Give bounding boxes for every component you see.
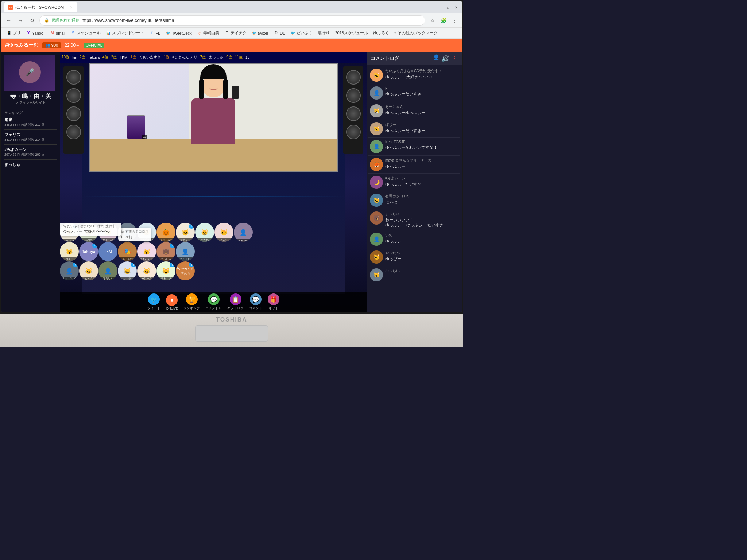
comment-8: 🐱 有馬カタコロウ にゃは [368,191,460,209]
video-frame: 21 [89,63,338,172]
lock-icon: 🔒 [44,18,49,23]
reload-button[interactable]: ↻ [28,16,36,25]
main-layout: 🎤 寺・嶋・由・美 オフィシャルサイト ランキング 雨泉 [1,52,462,312]
onlive-icon: ● [166,294,178,306]
commenter-name-7: #みよムーン [385,176,459,181]
aud-nyan: 😺 ーにゃん [137,261,156,280]
schedule-icon: S [70,31,76,36]
comment-content-6: maya まやん☆フリーダーズ ゆっふぃー！ [385,158,459,171]
comment-text-1: ゆっふぃー 大好き〜〜〜♪ [385,74,459,79]
bookmark-tweetdeck[interactable]: 🐦 TweetDeck [163,30,194,37]
aud-urtro: 👤 ウルトロ [176,242,195,261]
bookmark-teichiku[interactable]: T テイチク [222,29,249,37]
smile [209,86,218,90]
speaker-cone-r3 [346,106,361,121]
bookmark-terashima[interactable]: ゆ 寺嶋由美 [195,29,221,37]
sound-button[interactable]: 🔊 [441,54,449,62]
bookmark-db[interactable]: D DB [271,30,287,37]
commenter-name-6: maya まやん☆フリーダーズ [385,158,459,163]
bookmark-yufurog[interactable]: ゆふろぐ [371,29,391,37]
back-button[interactable]: ← [4,16,13,25]
comment-2: 👤 F ゆっふぃーだいすき [368,84,460,102]
bookmark-yahoo[interactable]: Y Yahoo! [24,30,47,37]
url-bar[interactable]: 🔒 保護された通信 https://www.showroom-live.com/… [39,15,425,26]
comment-12: 😺 ぶっちい [368,266,460,284]
popup-text: にゃは [121,234,148,240]
bookmark-fb[interactable]: f FB [147,30,163,37]
ranking-button[interactable]: 🏆 ランキング [183,293,200,311]
hair-left [199,79,204,99]
avatar-yadabe: 🐱 [370,250,383,264]
speaker-cone-4 [66,125,81,139]
twitter-icon: 🐦 [252,31,257,36]
gift-button[interactable]: 🎁 ギフト [268,293,279,311]
bookmark-schedule[interactable]: S スケジュール [68,29,103,37]
tw-badge-masshu: t [170,243,175,248]
bookmark-buri[interactable]: 📱 ブリ [4,29,23,37]
bookmark-twitter[interactable]: 🐦 twitter [249,30,271,37]
tab-area: SR ゆふるーむ - SHOWROOM ✕ [4,2,433,12]
aud-jimann: 😺 #じまんんアリ [137,242,156,261]
commenter-name-11: やっだべ [385,250,459,256]
showroom-header: #ゆっふるーむ 👥 900 22:00～ OFFICIAL [1,39,462,52]
tw-badge-takuya: t [92,243,97,248]
commenter-name-2: F [385,86,459,90]
active-tab[interactable]: SR ゆふるーむ - SHOWROOM ✕ [4,2,77,12]
aud-katochi: 👤 katochi [234,223,253,242]
tab-favicon: SR [8,5,13,10]
ranking-icon: 🏆 [186,293,198,305]
speaker-cone-r4 [346,125,361,139]
extensions-button[interactable]: 🧩 [439,16,448,25]
ranking-btn-label: ランキング [183,306,200,311]
laptop-frame: SR ゆふるーむ - SHOWROOM ✕ — □ ✕ ← → ↻ 🔒 [0,0,463,347]
gmail-icon: M [50,31,55,36]
comment-icon: 💬 [250,293,262,305]
avatar-ino: 👤 [370,233,383,246]
aud-makaro: 😺 マカロー t [176,223,195,242]
bookmark-star[interactable]: ☆ [428,16,437,25]
comment-10: 👤 いの ゆっふぃー [368,230,460,248]
bookmark-other[interactable]: » その他のブックマーク [392,29,440,37]
aud-takuya: Takuya t [79,242,98,261]
menu-button[interactable]: ⋮ [450,16,459,25]
commenter-name-1: だいふく@まな○ CD予約 受付中！ [385,69,459,74]
aud-kuai: 🎭 くあいあすれ [118,242,137,261]
gift-log-button[interactable]: 📋 ギフトログ [227,293,244,311]
db-icon: D [274,31,279,36]
bookmark-uragift[interactable]: 裏贈り [316,29,332,37]
speaker-cone-2 [66,88,81,103]
bookmark-spreadsheet[interactable]: 📊 スプレッドシート [104,29,146,37]
comment-button[interactable]: 💬 コメント [249,293,262,311]
comment-6: 🦊 maya まやん☆フリーダーズ ゆっふぃー！ [368,156,460,174]
comment-log-button[interactable]: 💬 コメントロ [205,293,222,311]
speaker-right [343,66,363,154]
bookmark-daifuku[interactable]: 🐦 だいふく [288,29,315,37]
comment-text-9: わーいいいい！ゆっふぃー ゆっふぃー だいすき [385,217,459,228]
minimize-button[interactable]: — [438,5,443,10]
comment-content-3: あーにゃん ゆっふぃーゆっふぃー [385,104,459,117]
screen-bezel: SR ゆふるーむ - SHOWROOM ✕ — □ ✕ ← → ↻ 🔒 [0,0,463,314]
address-bar: ← → ↻ 🔒 保護された通信 https://www.showroom-liv… [1,13,462,28]
presenter-body [191,98,235,144]
tweet-icon: 🐦 [148,293,160,305]
comment-content-4: ぱじー ゆっふぃーだいすきー [385,122,459,135]
touchpad[interactable] [195,325,268,342]
maximize-button[interactable]: □ [446,5,451,10]
video-content: 21 [90,64,337,171]
action-bar: 🐦 ツイート ● ONLIVE 🏆 ランキング [60,292,367,312]
daifuku-icon: 🐦 [290,31,295,36]
forward-button[interactable]: → [16,16,25,25]
bookmark-gmail[interactable]: M gmail [47,30,67,37]
comment-content-9: まっしゅ わーいいいい！ゆっふぃー ゆっふぃー だいすき [385,211,459,228]
comment-btn-label: コメント [249,306,262,311]
close-button[interactable]: ✕ [454,5,459,10]
onlive-button[interactable]: ● ONLIVE [166,294,178,310]
tweet-button[interactable]: 🐦 ツイート [147,293,160,311]
bookmark-2018schedule[interactable]: 2018スケジュール [333,29,370,37]
aud-tkm: TKM [98,242,117,261]
tab-close-button[interactable]: ✕ [69,5,74,10]
comment-log-btn-label: コメントロ [205,306,222,311]
twitter-bookmark-label: twitter [258,31,268,35]
more-options-button[interactable]: ⋮ [452,54,458,62]
comment-content-12: ぶっちい [385,268,459,281]
